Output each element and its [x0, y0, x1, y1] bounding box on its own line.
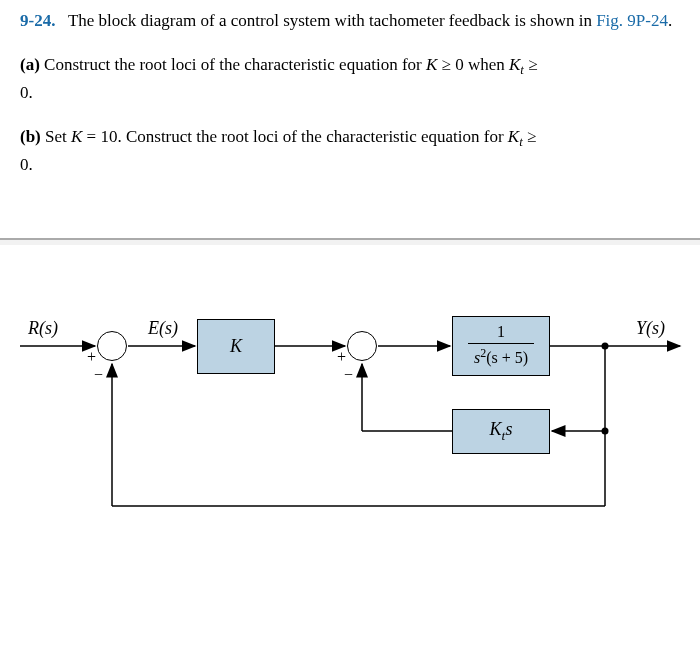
var-K: K — [426, 55, 437, 74]
summing-junction-2 — [347, 331, 377, 361]
part-a-text: Construct the root loci of the character… — [44, 55, 426, 74]
plant-fraction: 1 s2(s + 5) — [468, 323, 534, 367]
signal-R: R(s) — [28, 318, 58, 339]
problem-number: 9-24. — [20, 11, 55, 30]
sum1-plus: + — [87, 348, 96, 366]
diagram-wires — [0, 276, 700, 576]
plant-denominator: s2(s + 5) — [468, 343, 534, 367]
plant-block: 1 s2(s + 5) — [452, 316, 550, 376]
plant-rest: (s + 5) — [486, 350, 528, 367]
part-b-text2: = 10. Construct the root loci of the cha… — [82, 127, 507, 146]
var-Kt-b: K — [508, 127, 519, 146]
svg-point-13 — [602, 427, 609, 434]
gain-label: K — [230, 336, 242, 357]
tach-K: K — [490, 419, 502, 439]
gain-block: K — [197, 319, 275, 374]
summing-junction-1 — [97, 331, 127, 361]
signal-Y: Y(s) — [636, 318, 665, 339]
op1: ≥ 0 when — [437, 55, 509, 74]
plant-numerator: 1 — [491, 323, 511, 343]
period: . — [668, 11, 672, 30]
signal-E: E(s) — [148, 318, 178, 339]
part-a-tail: 0. — [20, 83, 33, 102]
var-Kt: K — [509, 55, 520, 74]
part-b: (b) Set K = 10. Construct the root loci … — [20, 124, 680, 178]
figure-reference: Fig. 9P-24 — [596, 11, 668, 30]
op-b: ≥ — [523, 127, 537, 146]
problem-statement: 9-24. The block diagram of a control sys… — [20, 8, 680, 34]
block-diagram: R(s) E(s) Y(s) + − + − K 1 s2(s + 5) Kts — [0, 276, 700, 576]
sum1-minus: − — [94, 366, 103, 384]
op2: ≥ — [524, 55, 538, 74]
part-a: (a) Construct the root loci of the chara… — [20, 52, 680, 106]
part-b-text1: Set — [45, 127, 71, 146]
problem-intro: The block diagram of a control system wi… — [68, 11, 596, 30]
var-K-b: K — [71, 127, 82, 146]
part-a-label: (a) — [20, 55, 40, 74]
part-b-tail: 0. — [20, 155, 33, 174]
sum2-minus: − — [344, 366, 353, 384]
tachometer-block: Kts — [452, 409, 550, 454]
part-b-label: (b) — [20, 127, 41, 146]
section-divider — [0, 238, 700, 246]
tach-s: s — [505, 419, 512, 439]
sum2-plus: + — [337, 348, 346, 366]
